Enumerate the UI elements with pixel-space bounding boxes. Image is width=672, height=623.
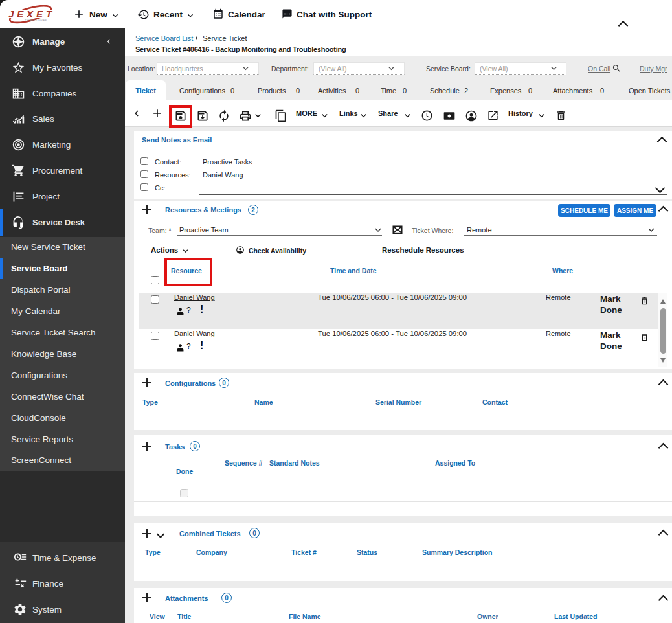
svg-text:TECHNOLOGIES: TECHNOLOGIES bbox=[25, 19, 47, 22]
